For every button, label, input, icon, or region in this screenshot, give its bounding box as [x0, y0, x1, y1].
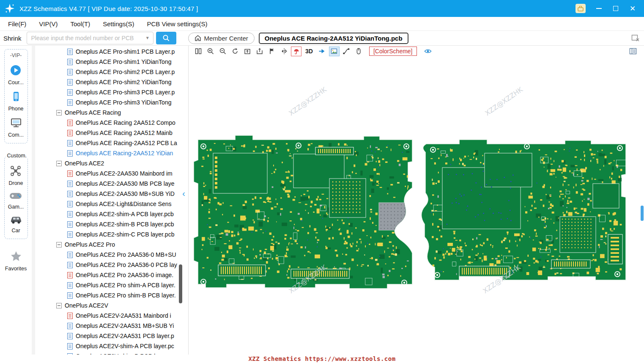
tree-item[interactable]: Oneplus ACE Pro-shim3 YiDianTong [32, 97, 188, 107]
menu-file[interactable]: File(F) [2, 20, 33, 28]
tree-item[interactable]: OnePlus ACE Racing-2AA512 PCB La [32, 138, 188, 148]
rail-item-game[interactable]: Gam... [8, 191, 24, 210]
tree-item[interactable]: OnePlus ACE2-2AA530 Mainbord im [32, 168, 188, 179]
file-type-icon [67, 150, 73, 157]
file-type-icon [67, 343, 73, 349]
tree-item[interactable]: Oneplus ACE2-shim-C PCB layer.pcb [32, 229, 188, 239]
tree-item[interactable]: Oneplus ACE Pro-shim1 PCB Layer.p [32, 47, 188, 57]
file-type-icon [67, 140, 73, 146]
rail-item-drone[interactable]: Drone [8, 165, 23, 186]
collapse-box-icon[interactable] [56, 303, 62, 308]
tree-item[interactable]: OnePlus ACE2 Pro shim-A PCB layer. [32, 280, 188, 290]
tree-item[interactable]: Oneplus ACE2-shim-B PCB layer.pcb [32, 219, 188, 229]
rail-item-phone[interactable]: Phone [8, 90, 23, 112]
custom-section-label: Custom. [6, 153, 28, 159]
file-type-icon [67, 181, 73, 187]
rail-item-course[interactable]: Cour... [8, 64, 24, 85]
tree-item[interactable]: OnePlus ACE2V-2AA531 Mainbord i [32, 311, 188, 321]
menu-pcb-view-settings[interactable]: PCB View settings(S) [140, 20, 214, 28]
menu-vip[interactable]: VIP(V) [33, 20, 64, 28]
tree-item-label: OnePlus ACE2 Pro 2AA536-0 MB+SU [76, 251, 176, 258]
rail-item-label: Car [11, 228, 20, 234]
mouse-icon[interactable] [354, 47, 364, 56]
vip-badge-icon[interactable] [575, 4, 586, 13]
image-view-icon[interactable] [329, 47, 340, 56]
collapse-box-icon[interactable] [56, 161, 62, 166]
tree-item[interactable]: Oneplus ACE Pro-shim2 PCB Layer.p [32, 67, 188, 77]
zoom-out-icon[interactable] [217, 47, 228, 56]
rail-item-computer[interactable]: Com... [8, 116, 24, 138]
file-type-icon [67, 79, 73, 85]
tree-item[interactable]: OnePlus ACE2 Pro 2AA536-0 MB+SU [32, 250, 188, 260]
tree-left-scrollbar-track[interactable] [32, 46, 35, 355]
tree-item-label: OnePlus ACE Racing 2AA512 Compo [76, 119, 175, 126]
tree-item-label: Oneplus ACE2-shim-C PCB layer.pcb [76, 231, 174, 238]
tree-item[interactable]: Oneplus ACE Pro-shim1 YiDianTong [32, 57, 188, 67]
menubar: File(F) VIP(V) Tool(T) Settings(S) PCB V… [0, 17, 644, 31]
maximize-button[interactable] [612, 5, 619, 12]
search-button[interactable] [156, 32, 176, 44]
home-icon [195, 35, 201, 41]
pcb-file-tab[interactable]: Oneplus ACE Racing-2AA512 YiDianTong.pcb [259, 33, 408, 44]
viewer-scrollbar-thumb[interactable] [641, 206, 644, 221]
tree-item[interactable]: Oneplus ACE2V-shim-B PCB layer.pc [32, 351, 188, 355]
member-center-button[interactable]: Member Center [188, 33, 255, 44]
tree-item[interactable]: OnePlus ACE2 Pro 2AA536-0 PCB lay [32, 260, 188, 270]
red-overlay-icon[interactable] [291, 47, 301, 56]
menu-tool[interactable]: Tool(T) [64, 20, 97, 28]
tree-item[interactable]: Oneplus ACE2-Light&Distance Sens [32, 199, 188, 209]
tree-item[interactable]: OnePlus ACE2 Pro 2AA536-0 image. [32, 270, 188, 280]
tree-item-label: Oneplus ACE Pro-shim3 PCB Layer.p [76, 89, 175, 96]
tree-item[interactable]: Oneplus ACE Pro-shim2 YiDianTong [32, 77, 188, 87]
tree-item-label: OnePlus ACE2 Pro 2AA536-0 image. [76, 272, 173, 278]
zoom-in-icon[interactable] [205, 47, 216, 56]
tree-item[interactable]: OnePlus ACE Racing 2AA512 Compo [32, 118, 188, 128]
three-d-button[interactable]: 3D [303, 48, 315, 55]
flip-horizontal-icon[interactable] [279, 47, 289, 56]
visibility-eye-icon[interactable] [423, 47, 433, 56]
collapse-panel-chevron-icon[interactable]: ‹ [182, 189, 185, 198]
board-front-icon[interactable] [242, 47, 252, 56]
minimize-button[interactable] [595, 5, 603, 12]
board-back-icon[interactable] [254, 47, 265, 56]
flag-icon[interactable] [266, 47, 277, 56]
collapse-box-icon[interactable] [56, 110, 62, 116]
pcb-board-image[interactable]: XZZ@XZZHK XZZ@XZZHK XZZ@XZZHK XZZ@XZZHK [189, 57, 644, 355]
tree-item[interactable]: Oneplus ACE Racing-2AA512 YiDian [32, 148, 188, 158]
tree-item[interactable]: Oneplus ACE2-2AA530 MB PCB laye [32, 179, 188, 189]
tree-item-label: Oneplus ACE2-shim-A PCB layer.pcb [76, 211, 174, 217]
tree-item[interactable]: OnePlus ACE2 Pro shim-B PCB layer. [32, 290, 188, 300]
collapse-box-icon[interactable] [56, 242, 62, 248]
watermark: XZZ@XZZHK [287, 85, 328, 118]
tree-scrollbar-thumb[interactable] [179, 264, 182, 303]
tree-item[interactable]: Oneplus ACE2V-2AA531 PCB layer.p [32, 331, 188, 341]
rotate-view-icon[interactable] [230, 47, 240, 56]
color-scheme-button[interactable]: [ColorScheme] [369, 47, 417, 56]
tree-item[interactable]: Oneplus ACE Pro-shim3 PCB Layer.p [32, 87, 188, 97]
curve-icon[interactable] [341, 47, 352, 56]
drone-icon [9, 165, 22, 179]
jump-arrow-icon[interactable] [317, 47, 327, 56]
tree-item-label: OnePlus ACE2 Pro shim-B PCB layer. [76, 292, 176, 299]
rail-item-car[interactable]: Car [9, 214, 23, 234]
tree-item[interactable]: OnePlus ACE Racing [32, 107, 188, 118]
close-button[interactable]: ✕ [629, 5, 636, 12]
tree-item[interactable]: OnePlus ACE Racing 2AA512 Mainb [32, 128, 188, 138]
tree-item[interactable]: OnePlus ACE2 [32, 158, 188, 168]
tree-item[interactable]: Oneplus ACE2-shim-A PCB layer.pcb [32, 209, 188, 219]
shrink-button[interactable]: Shrink [3, 35, 22, 42]
side-panel-toggle-icon[interactable] [628, 47, 638, 56]
split-view-icon[interactable] [193, 47, 203, 56]
tree-item[interactable]: OnePlus ACE2 Pro [32, 239, 188, 250]
tree-item-label: Oneplus ACE2V-2AA531 PCB layer.p [76, 333, 174, 339]
tree-item[interactable]: Oneplus ACE2V-2AA531 MB+SUB Yi [32, 321, 188, 331]
tree-item[interactable]: Oneplus ACE2-2AA530 MB+SUB YiD [32, 189, 188, 199]
tree-item-label: Oneplus ACE Racing-2AA512 YiDian [76, 150, 173, 157]
rail-item-favorites[interactable]: Favorites [4, 250, 28, 272]
tree-item[interactable]: OnePlus ACE2V [32, 300, 188, 311]
menu-settings[interactable]: Settings(S) [96, 20, 140, 28]
search-input[interactable] [27, 32, 153, 44]
app-logo-icon [4, 3, 15, 14]
close-tab-icon[interactable] [631, 34, 640, 42]
tree-item[interactable]: Oneplus ACE2V-shim-A PCB layer.pc [32, 341, 188, 351]
